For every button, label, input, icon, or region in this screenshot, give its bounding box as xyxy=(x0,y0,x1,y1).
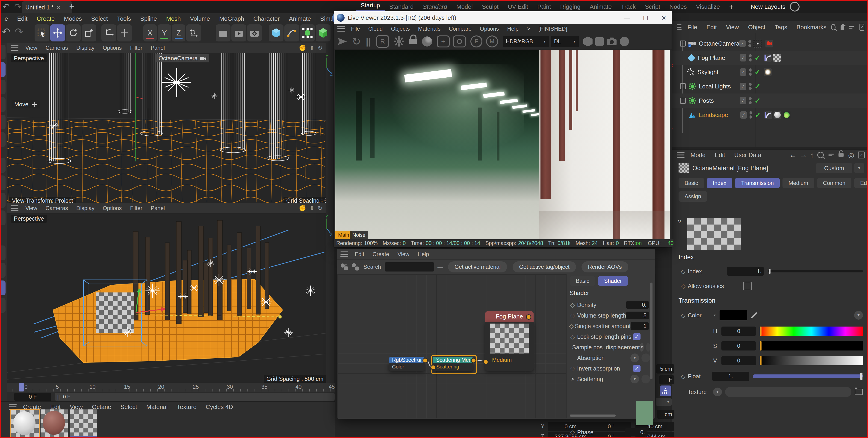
mm-menu-material[interactable]: Material xyxy=(142,403,172,411)
coord-frames-fragment[interactable]: F xyxy=(659,375,674,384)
om-home-icon[interactable] xyxy=(841,26,844,30)
phong-tag-icon[interactable] xyxy=(764,111,772,119)
close-tab-icon[interactable]: × xyxy=(57,4,60,11)
colorspace-dropdown[interactable]: HDR/sRGB ▼ xyxy=(503,36,549,47)
lv-menu-objects[interactable]: Objects xyxy=(387,26,414,32)
mode-icon[interactable] xyxy=(0,45,5,59)
render-view-button[interactable] xyxy=(216,25,230,41)
enabled-check-icon[interactable]: ✓ xyxy=(755,110,761,119)
object-row-fogplane[interactable]: Fog Plane ∕ ✓ xyxy=(672,50,868,65)
param-diamond-icon[interactable]: ◇ xyxy=(679,282,688,290)
lv-close-button[interactable]: × xyxy=(661,13,666,22)
tweak-mode-icon[interactable] xyxy=(0,158,5,173)
absorption-extra-icon[interactable] xyxy=(642,353,650,362)
menu-animate[interactable]: Animate xyxy=(284,15,315,22)
single-scatter-field[interactable]: 1 xyxy=(630,322,649,330)
lv-pause-icon[interactable]: || xyxy=(366,37,371,46)
node-rgbspectrum-header[interactable]: RgbSpectrum xyxy=(389,357,425,363)
vp1-menu-options[interactable]: Options xyxy=(99,45,126,51)
object-row-octanecamera[interactable]: − ST OctaneCamera ∕ xyxy=(672,36,868,50)
am-menu-edit[interactable]: Edit xyxy=(710,151,730,159)
document-tab[interactable]: Untitled 1 * × xyxy=(22,1,72,13)
object-name[interactable]: Fog Plane xyxy=(698,54,740,62)
axis-mode-icon[interactable] xyxy=(0,210,5,225)
axis-x-button[interactable]: X xyxy=(143,25,157,41)
vp1-camera-label[interactable]: OctaneCamera xyxy=(156,54,209,62)
param-diamond-icon[interactable]: ◇ xyxy=(568,429,577,436)
phase-field[interactable]: 0. xyxy=(625,428,647,436)
am-lock-icon[interactable] xyxy=(838,153,843,157)
material-tag-icon[interactable] xyxy=(774,111,781,119)
am-menu-userdata[interactable]: User Data xyxy=(730,151,766,159)
render-picture-viewer-button[interactable] xyxy=(231,25,246,41)
expand-plus-icon[interactable]: + xyxy=(680,98,686,104)
om-visibility-dots[interactable] xyxy=(749,82,752,91)
device-dropdown[interactable]: DL ▼ xyxy=(551,36,579,47)
om-menu-icon[interactable] xyxy=(677,25,682,30)
points-mode-icon[interactable] xyxy=(0,97,5,112)
am-tab-index[interactable]: Index xyxy=(707,178,733,189)
texture-browse-icon[interactable] xyxy=(855,389,863,395)
autokey-button[interactable]: A xyxy=(660,385,671,396)
lv-minimize-button[interactable]: — xyxy=(624,14,630,22)
layout-tab-script[interactable]: Script xyxy=(640,3,665,10)
object-row-posts[interactable]: + Posts ∕ ✓ xyxy=(672,94,868,108)
menu-create[interactable]: Create xyxy=(32,15,59,22)
om-toggle-icon[interactable]: ∕ xyxy=(740,68,746,76)
am-tab-common[interactable]: Common xyxy=(817,178,851,189)
vp1-menu-display[interactable]: Display xyxy=(72,45,99,51)
menu-tools[interactable]: Tools xyxy=(113,15,136,22)
lv-camera-icon[interactable] xyxy=(607,37,617,46)
texture-expand-icon[interactable]: ▼ xyxy=(713,388,722,396)
lv-lock-icon[interactable] xyxy=(409,39,417,44)
menu-file[interactable]: e xyxy=(0,15,12,22)
add-cube-button[interactable] xyxy=(269,25,283,41)
layout-tab-animate[interactable]: Animate xyxy=(585,3,616,10)
am-target-icon[interactable]: ◎ xyxy=(848,151,854,159)
texture-mode-icon[interactable] xyxy=(0,80,5,94)
lv-circle-icon[interactable] xyxy=(620,37,629,46)
timeline-ruler[interactable]: 0 5 10 15 20 25 30 35 40 45 xyxy=(7,383,335,392)
am-detach-icon[interactable]: ↗ xyxy=(858,151,865,159)
add-layout-icon[interactable]: + xyxy=(724,2,738,11)
fogplane-header-port[interactable] xyxy=(526,314,531,319)
layout-tab-sculpt[interactable]: Sculpt xyxy=(477,3,503,10)
get-active-material-button[interactable]: Get active material xyxy=(448,261,507,272)
undo-icon[interactable]: ↶ xyxy=(3,2,10,11)
lv-maximize-button[interactable]: □ xyxy=(644,14,648,22)
lv-region-icon[interactable]: R xyxy=(376,35,389,48)
vp2-menu-display[interactable]: Display xyxy=(72,205,99,211)
texture-tag-icon[interactable] xyxy=(773,54,781,62)
props-hscrollbar[interactable] xyxy=(570,414,616,416)
float-field[interactable]: 1. xyxy=(712,372,749,381)
v-field[interactable]: 0 xyxy=(721,356,756,365)
am-menu-icon[interactable] xyxy=(677,152,685,158)
material-thumb-1[interactable] xyxy=(10,409,40,438)
camera-tag-icon[interactable] xyxy=(766,40,773,47)
current-frame-field[interactable]: 0 F xyxy=(14,393,51,401)
om-toggle-icon[interactable]: ∕ xyxy=(739,40,746,47)
am-tab-basic[interactable]: Basic xyxy=(679,178,704,189)
color-options-icon[interactable]: ▼ xyxy=(854,311,863,319)
coord-x-fragment[interactable]: cm xyxy=(657,410,674,419)
new-tab-icon[interactable]: + xyxy=(69,1,74,11)
lv-sub-region-icon[interactable] xyxy=(453,35,466,47)
vp2-menu-panel[interactable]: Panel xyxy=(147,205,169,211)
ne-menu-icon[interactable] xyxy=(340,251,348,257)
layout-tab-visualize[interactable]: Visualize xyxy=(691,3,725,10)
volume-step-field[interactable]: 5 xyxy=(626,311,649,319)
lv-focus-pick-icon[interactable]: F xyxy=(470,35,483,47)
h-slider[interactable] xyxy=(760,327,863,336)
node-fogplane-body[interactable]: Medium xyxy=(485,322,533,371)
param-diamond-icon[interactable]: ◇ xyxy=(568,333,577,340)
am-menu-mode[interactable]: Mode xyxy=(686,151,710,159)
ne-search-input[interactable] xyxy=(385,262,434,271)
color-expand-icon[interactable]: ▼ xyxy=(713,313,716,317)
workplane-icon[interactable] xyxy=(0,298,5,313)
polygons-mode-icon[interactable] xyxy=(0,132,5,147)
vp2-orbit-icon[interactable]: ↻ xyxy=(318,205,323,212)
am-search-icon[interactable] xyxy=(817,152,824,158)
range-grip-icon[interactable]: || xyxy=(57,394,60,400)
magnet-tool-icon[interactable] xyxy=(0,245,5,260)
rotate-tool-button[interactable] xyxy=(66,25,81,41)
